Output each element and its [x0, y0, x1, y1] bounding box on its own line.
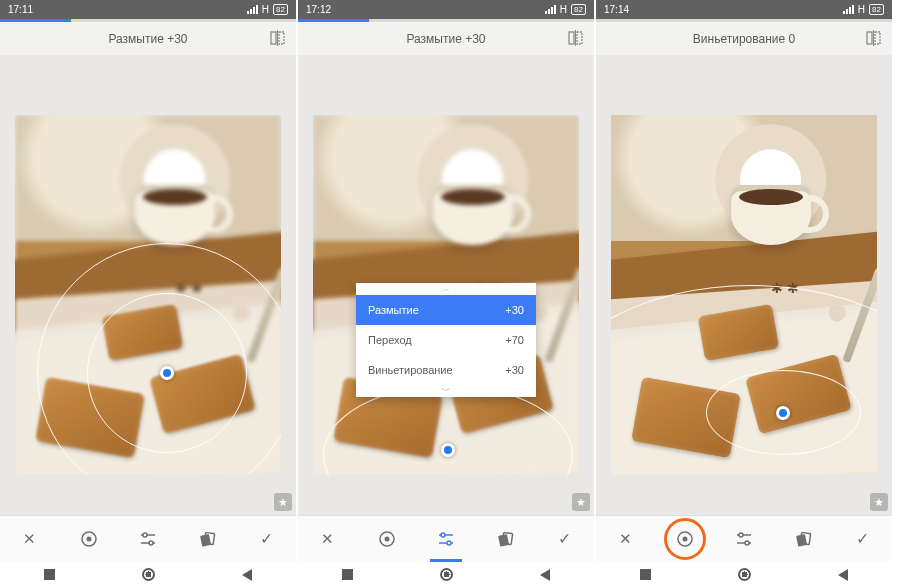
styles-button[interactable]	[789, 525, 817, 553]
sliders-icon	[139, 530, 157, 548]
slider-label: Размытие	[368, 304, 419, 316]
signal-icon	[545, 5, 556, 14]
bottom-toolbar: ✕ ✓	[298, 515, 594, 561]
close-icon: ✕	[619, 530, 632, 548]
nav-home-icon[interactable]	[738, 568, 751, 581]
cards-icon	[794, 530, 812, 548]
target-icon	[80, 530, 98, 548]
image-stage[interactable]: ✱ ✱ ★	[0, 55, 296, 515]
slider-label: Переход	[368, 334, 412, 346]
svg-point-28	[739, 533, 743, 537]
styles-button[interactable]	[491, 525, 519, 553]
focus-center-dot[interactable]	[441, 443, 455, 457]
image-stage[interactable]: ✱ ✱ ★	[596, 55, 892, 515]
status-bar: 17:11 H 82	[0, 0, 296, 19]
svg-point-15	[384, 536, 389, 541]
apply-button[interactable]: ✓	[550, 525, 578, 553]
nav-back-icon[interactable]	[540, 569, 550, 581]
slider-row-vignette[interactable]: Виньетирование +30	[356, 355, 536, 385]
compare-icon[interactable]	[270, 30, 286, 46]
styles-button[interactable]	[193, 525, 221, 553]
svg-rect-1	[279, 32, 284, 44]
slider-row-transition[interactable]: Переход +70	[356, 325, 536, 355]
nav-back-icon[interactable]	[242, 569, 252, 581]
svg-rect-23	[875, 32, 880, 44]
target-icon	[676, 530, 694, 548]
status-bar: 17:12 H 82	[298, 0, 594, 19]
tool-label: Размытие +30	[108, 32, 187, 46]
shape-button[interactable]	[75, 525, 103, 553]
slider-row-blur[interactable]: Размытие +30	[356, 295, 536, 325]
battery-icon: 82	[869, 4, 884, 15]
svg-point-26	[682, 536, 687, 541]
android-nav	[0, 561, 296, 588]
tool-label: Размытие +30	[406, 32, 485, 46]
android-nav	[596, 561, 892, 588]
nav-recent-icon[interactable]	[640, 569, 651, 580]
favorite-badge-icon[interactable]: ★	[870, 493, 888, 511]
cancel-button[interactable]: ✕	[16, 525, 44, 553]
cancel-button[interactable]: ✕	[314, 525, 342, 553]
bottom-toolbar: ✕ ✓	[0, 515, 296, 561]
apply-button[interactable]: ✓	[848, 525, 876, 553]
svg-rect-12	[577, 32, 582, 44]
slider-value: +30	[505, 364, 524, 376]
shape-button[interactable]	[373, 525, 401, 553]
status-time: 17:11	[8, 4, 33, 15]
cards-icon	[198, 530, 216, 548]
adjust-button[interactable]	[730, 525, 758, 553]
svg-rect-22	[867, 32, 872, 44]
status-time: 17:14	[604, 4, 629, 15]
cancel-button[interactable]: ✕	[612, 525, 640, 553]
signal-icon	[247, 5, 258, 14]
network-label: H	[262, 4, 269, 15]
slider-value: +70	[505, 334, 524, 346]
favorite-badge-icon[interactable]: ★	[572, 493, 590, 511]
screen-3: 17:14 H 82 Виньетирование 0 ✱ ✱ ★ ✕	[596, 0, 894, 588]
compare-icon[interactable]	[866, 30, 882, 46]
sliders-icon	[437, 530, 455, 548]
status-icons: H 82	[545, 4, 586, 15]
apply-button[interactable]: ✓	[252, 525, 280, 553]
toolbar: Виньетирование 0	[596, 22, 892, 55]
cards-icon	[496, 530, 514, 548]
nav-recent-icon[interactable]	[44, 569, 55, 580]
status-time: 17:12	[306, 4, 331, 15]
chevron-down-icon[interactable]: ﹀	[356, 385, 536, 397]
svg-rect-11	[569, 32, 574, 44]
slider-panel[interactable]: ︿ Размытие +30 Переход +70 Виньетировани…	[356, 283, 536, 397]
svg-point-6	[143, 533, 147, 537]
status-bar: 17:14 H 82	[596, 0, 892, 19]
svg-point-30	[745, 541, 749, 545]
focus-center-dot[interactable]	[776, 406, 790, 420]
compare-icon[interactable]	[568, 30, 584, 46]
svg-point-19	[447, 541, 451, 545]
network-label: H	[560, 4, 567, 15]
chevron-up-icon[interactable]: ︿	[356, 283, 536, 295]
adjust-button[interactable]	[432, 525, 460, 553]
close-icon: ✕	[321, 530, 334, 548]
close-icon: ✕	[23, 530, 36, 548]
image-stage[interactable]: ✱ ✱ ︿ Размытие +30 Переход +70 Виньетиро…	[298, 55, 594, 515]
shape-button[interactable]	[671, 525, 699, 553]
battery-icon: 82	[273, 4, 288, 15]
favorite-badge-icon[interactable]: ★	[274, 493, 292, 511]
sliders-icon	[735, 530, 753, 548]
adjust-button[interactable]	[134, 525, 162, 553]
focus-center-dot[interactable]	[160, 366, 174, 380]
photo[interactable]: ✱ ✱	[15, 115, 281, 475]
target-icon	[378, 530, 396, 548]
status-icons: H 82	[843, 4, 884, 15]
photo[interactable]: ✱ ✱	[611, 115, 877, 475]
toolbar: Размытие +30	[0, 22, 296, 55]
signal-icon	[843, 5, 854, 14]
bottom-toolbar: ✕ ✓	[596, 515, 892, 561]
android-nav	[298, 561, 594, 588]
nav-recent-icon[interactable]	[342, 569, 353, 580]
toolbar: Размытие +30	[298, 22, 594, 55]
nav-home-icon[interactable]	[440, 568, 453, 581]
battery-icon: 82	[571, 4, 586, 15]
nav-back-icon[interactable]	[838, 569, 848, 581]
status-icons: H 82	[247, 4, 288, 15]
nav-home-icon[interactable]	[142, 568, 155, 581]
